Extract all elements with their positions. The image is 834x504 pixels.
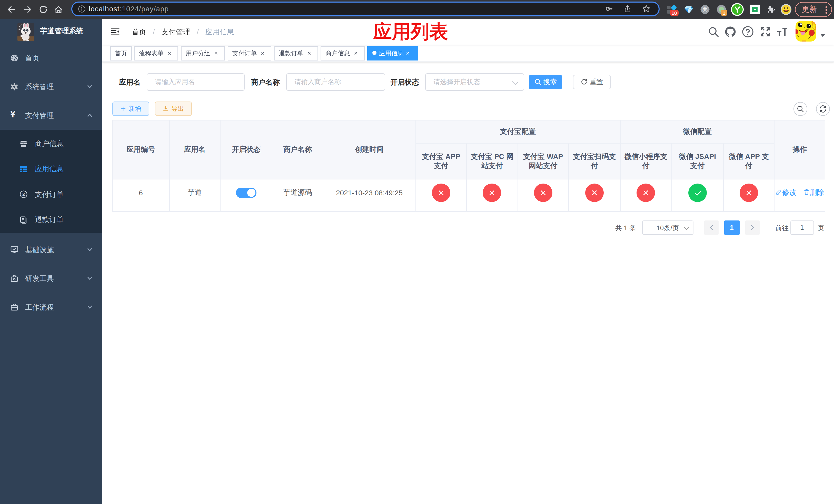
svg-text:⌘: ⌘ [702, 6, 708, 13]
svg-text:¥: ¥ [22, 192, 25, 198]
